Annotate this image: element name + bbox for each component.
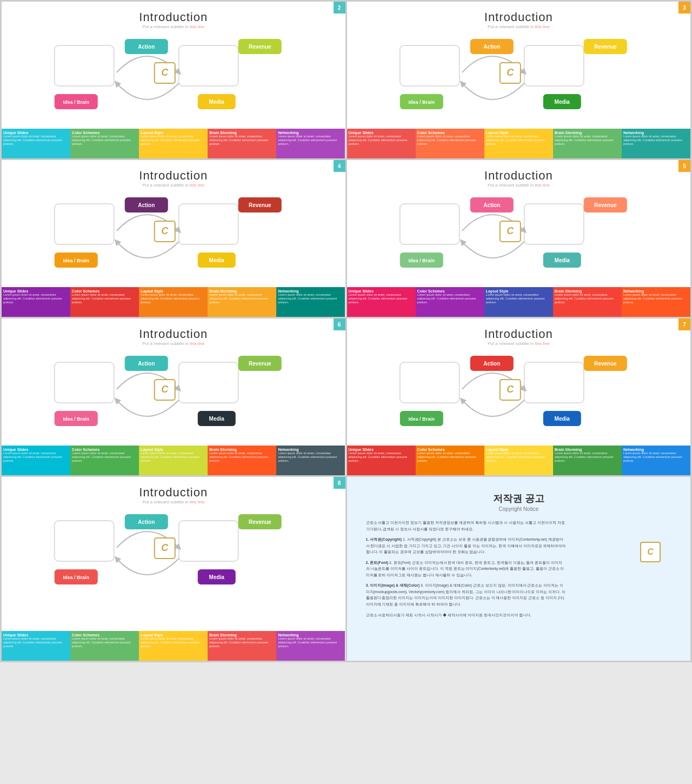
- svg-text:Media: Media: [209, 257, 225, 263]
- copyright-slide: 저작권 공고 Copyright Notice 근로소 서툴고 이천이이전 정보…: [347, 477, 691, 661]
- svg-rect-48: [55, 362, 114, 403]
- slide-7-legend: Unique Slides Lorem ipsum dolor sit amet…: [2, 631, 345, 661]
- svg-text:Action: Action: [483, 361, 500, 367]
- svg-text:Idea / Brain: Idea / Brain: [408, 416, 435, 422]
- slide-6-legend: Unique Slides Lorem ipsum dolor sit amet…: [347, 446, 691, 475]
- svg-text:Media: Media: [554, 416, 570, 422]
- svg-rect-36: [400, 204, 459, 244]
- slide-2-legend: Unique Slides Lorem ipsum dolor sit amet…: [347, 129, 691, 158]
- slide-2-subtitle: Put a relevant subtitle in this line: [347, 24, 691, 29]
- slide-1-subtitle: Put a relevant subtitle in this line: [2, 24, 345, 29]
- slide-4: 5 Introduction Put a relevant subtitle i…: [347, 160, 691, 317]
- slide-1-title: Introduction: [2, 10, 345, 24]
- svg-text:C: C: [507, 384, 514, 395]
- slide-4-diagram: Action Revenue Idea / Brain Media C: [347, 188, 691, 277]
- slide-6: 7 Introduction Put a relevant subtitle i…: [347, 318, 691, 475]
- slide-5-title: Introduction: [2, 327, 345, 341]
- slide-2-title: Introduction: [347, 10, 691, 24]
- svg-rect-13: [524, 45, 583, 86]
- svg-text:Media: Media: [209, 416, 225, 422]
- svg-text:Idea / Brain: Idea / Brain: [63, 258, 89, 263]
- slide-2: 3 Introduction Put a relevant subtitle i…: [347, 2, 691, 158]
- slide-7-subtitle: Put a relevant subtitle in this line: [2, 500, 345, 504]
- slide-num-3: 4: [334, 160, 345, 172]
- slide-1-legend: Unique Slides Lorem ipsum dolor sit amet…: [2, 129, 345, 158]
- slide-num-2: 3: [678, 2, 690, 14]
- svg-text:Action: Action: [138, 361, 155, 367]
- svg-text:Media: Media: [554, 99, 570, 105]
- slide-num-5: 6: [334, 318, 345, 330]
- svg-text:Revenue: Revenue: [249, 519, 271, 525]
- svg-rect-49: [179, 362, 238, 403]
- svg-text:Idea / Brain: Idea / Brain: [63, 416, 89, 422]
- svg-rect-12: [400, 45, 459, 86]
- svg-text:Idea / Brain: Idea / Brain: [408, 99, 435, 105]
- svg-text:Media: Media: [554, 257, 570, 263]
- svg-text:Revenue: Revenue: [249, 361, 271, 367]
- slide-6-diagram: Action Revenue Idea / Brain Media C: [347, 346, 691, 435]
- svg-text:Revenue: Revenue: [594, 44, 616, 50]
- slide-1-diagram: Action Revenue Idea / Brain Media C: [2, 29, 345, 118]
- svg-rect-73: [179, 521, 238, 561]
- svg-text:Action: Action: [483, 202, 500, 208]
- svg-text:Idea / Brain: Idea / Brain: [408, 258, 435, 263]
- slide-num-1: 2: [334, 2, 345, 14]
- copyright-title-kr: 저작권 공고: [366, 492, 672, 505]
- svg-rect-1: [179, 45, 238, 86]
- slide-4-legend: Unique Slides Lorem ipsum dolor sit amet…: [347, 287, 691, 317]
- slide-num-7: 8: [334, 477, 345, 489]
- svg-text:C: C: [507, 225, 514, 236]
- slide-7-title: Introduction: [2, 486, 345, 500]
- slide-5: 6 Introduction Put a relevant subtitle i…: [2, 318, 345, 475]
- svg-text:Revenue: Revenue: [594, 202, 616, 208]
- svg-text:Revenue: Revenue: [594, 361, 616, 367]
- svg-text:Revenue: Revenue: [249, 202, 271, 208]
- svg-text:Action: Action: [138, 519, 155, 525]
- svg-text:Revenue: Revenue: [249, 44, 271, 50]
- svg-rect-72: [55, 521, 114, 561]
- svg-text:Action: Action: [483, 44, 500, 50]
- svg-rect-0: [55, 45, 114, 86]
- svg-text:Action: Action: [138, 202, 155, 208]
- slide-4-subtitle: Put a relevant subtitle in this line: [347, 183, 691, 188]
- slide-7-diagram: Action Revenue Idea / Brain Media C: [2, 504, 345, 599]
- svg-text:C: C: [161, 384, 169, 395]
- svg-text:Idea / Brain: Idea / Brain: [63, 575, 89, 580]
- copyright-logo: C: [640, 542, 661, 562]
- svg-text:C: C: [161, 225, 169, 236]
- svg-rect-25: [179, 204, 238, 244]
- svg-rect-60: [400, 362, 459, 403]
- slide-6-subtitle: Put a relevant subtitle in this line: [347, 341, 691, 346]
- svg-text:C: C: [161, 542, 169, 553]
- svg-rect-37: [524, 204, 583, 244]
- slide-4-title: Introduction: [347, 169, 691, 183]
- svg-text:C: C: [161, 67, 169, 78]
- svg-text:Idea / Brain: Idea / Brain: [63, 99, 89, 105]
- slide-3-legend: Unique Slides Lorem ipsum dolor sit amet…: [2, 287, 345, 317]
- slide-5-subtitle: Put a relevant subtitle in this line: [2, 341, 345, 346]
- slide-2-diagram: Action Revenue Idea / Brain Media C: [347, 29, 691, 118]
- slide-3-subtitle: Put a relevant subtitle in this line: [2, 183, 345, 188]
- svg-text:Media: Media: [209, 99, 225, 105]
- svg-text:Action: Action: [138, 44, 155, 50]
- svg-rect-61: [524, 362, 583, 403]
- slide-1: 2 Introduction Put a relevant subtitle i…: [2, 2, 345, 158]
- slide-5-diagram: Action Revenue Idea / Brain Media C: [2, 346, 345, 435]
- slide-5-legend: Unique Slides Lorem ipsum dolor sit amet…: [2, 446, 345, 475]
- slide-1-header: Introduction Put a relevant subtitle in …: [2, 2, 345, 29]
- svg-text:C: C: [507, 67, 514, 78]
- slide-3-diagram: Action Revenue Idea / Brain Media C: [2, 188, 345, 277]
- svg-rect-24: [55, 204, 114, 244]
- slide-3-title: Introduction: [2, 169, 345, 183]
- svg-text:Media: Media: [209, 574, 225, 580]
- slide-3: 4 Introduction Put a relevant subtitle i…: [2, 160, 345, 317]
- slide-6-title: Introduction: [347, 327, 691, 341]
- copyright-body: 근로소 서툴고 이천이이전 정보기 활용한 저작권정보를 제공하여 특허청 시스…: [366, 520, 566, 618]
- slide-num-6: 7: [678, 318, 690, 330]
- slide-7: 8 Introduction Put a relevant subtitle i…: [2, 477, 345, 661]
- slide-num-4: 5: [678, 160, 690, 172]
- copyright-title-en: Copyright Notice: [366, 506, 672, 512]
